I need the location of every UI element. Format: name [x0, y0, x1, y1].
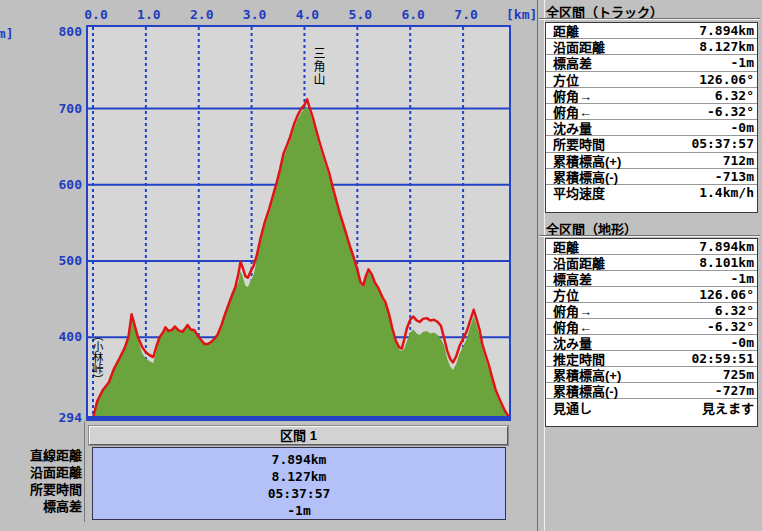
x-tick-label: 1.0 — [132, 7, 166, 22]
section-row-value: 7.894km — [93, 451, 505, 468]
stat-value: 1.4km/h — [699, 185, 754, 200]
x-tick-label: 2.0 — [185, 7, 219, 22]
stat-value: 6.32° — [715, 88, 754, 103]
annotation-peak: 三角山 — [311, 47, 325, 86]
section-row-label: 標高差 — [14, 498, 82, 515]
x-tick-label: 5.0 — [343, 7, 377, 22]
stat-value: -1m — [731, 271, 754, 286]
stat-value: 712m — [723, 153, 754, 168]
section-row-label: 所要時間 — [14, 481, 82, 498]
stat-value: 126.06° — [699, 72, 754, 87]
track-panel-rule — [539, 18, 760, 20]
section-values-box: 7.894km8.127km05:37:57-1m — [92, 447, 506, 520]
elevation-plot[interactable]: 三角山（小林峠） — [86, 25, 511, 421]
pane-splitter[interactable] — [537, 0, 545, 531]
stat-value: -1m — [731, 55, 754, 70]
stat-row: 平均速度1.4km/h — [546, 185, 757, 201]
stat-label: 平均速度 — [553, 183, 605, 202]
stat-row: 見通し見えます — [546, 399, 757, 415]
terrain-area — [93, 107, 509, 418]
y-tick-label: 400 — [30, 329, 82, 344]
left-frame-line — [84, 421, 85, 522]
stat-value: 8.127km — [699, 39, 754, 54]
track-stats-table: 距離7.894km沿面距離8.127km標高差-1m方位126.06°俯角→6.… — [545, 22, 758, 213]
stat-value: 7.894km — [699, 239, 754, 254]
annotation-pass: （小林峠） — [90, 330, 104, 385]
x-tick-label: 7.0 — [449, 7, 483, 22]
y-tick-label: 800 — [30, 24, 82, 39]
stat-value: 725m — [723, 367, 754, 382]
y-tick-label: 500 — [30, 253, 82, 268]
profile-chart — [88, 27, 509, 418]
stat-value: -727m — [715, 383, 754, 398]
elevation-profile-window: [m] [km] 0.01.02.03.04.05.06.07.0 800700… — [0, 0, 762, 531]
x-tick-label: 3.0 — [238, 7, 272, 22]
y-axis-unit-label: [m] — [0, 26, 18, 41]
terrain-panel-header: 全区間（地形） — [546, 219, 758, 235]
track-panel-header: 全区間（トラック） — [546, 2, 758, 18]
stat-value: 7.894km — [699, 23, 754, 38]
stat-value: -713m — [715, 169, 754, 184]
stat-value: 05:37:57 — [691, 136, 754, 151]
stat-value: -6.32° — [707, 104, 754, 119]
x-tick-label: 4.0 — [290, 7, 324, 22]
stat-value: -0m — [731, 335, 754, 350]
x-tick-label: 6.0 — [396, 7, 430, 22]
section-row-value: 8.127km — [93, 468, 505, 485]
stat-value: -0m — [731, 120, 754, 135]
section-row-label: 直線距離 — [14, 447, 82, 464]
section-row-value: -1m — [93, 502, 505, 519]
stat-value: 02:59:51 — [691, 351, 754, 366]
stat-value: -6.32° — [707, 319, 754, 334]
stat-label: 見通し — [553, 398, 592, 417]
x-tick-label: 0.0 — [79, 7, 113, 22]
terrain-stats-table: 距離7.894km沿面距離8.101km標高差-1m方位126.06°俯角→6.… — [545, 238, 758, 427]
stat-value: 126.06° — [699, 287, 754, 302]
section-header-button[interactable]: 区間 1 — [89, 426, 508, 445]
section-row-value: 05:37:57 — [93, 485, 505, 502]
y-tick-label: 294 — [30, 410, 82, 425]
y-tick-label: 600 — [30, 177, 82, 192]
stat-value: 6.32° — [715, 303, 754, 318]
stat-value: 見えます — [702, 398, 754, 417]
section-row-label: 沿面距離 — [14, 464, 82, 481]
y-tick-label: 700 — [30, 101, 82, 116]
section-row-labels: 直線距離沿面距離所要時間標高差 — [14, 447, 82, 515]
stat-row: 累積標高(-)-713m — [546, 169, 757, 185]
stat-value: 8.101km — [699, 255, 754, 270]
